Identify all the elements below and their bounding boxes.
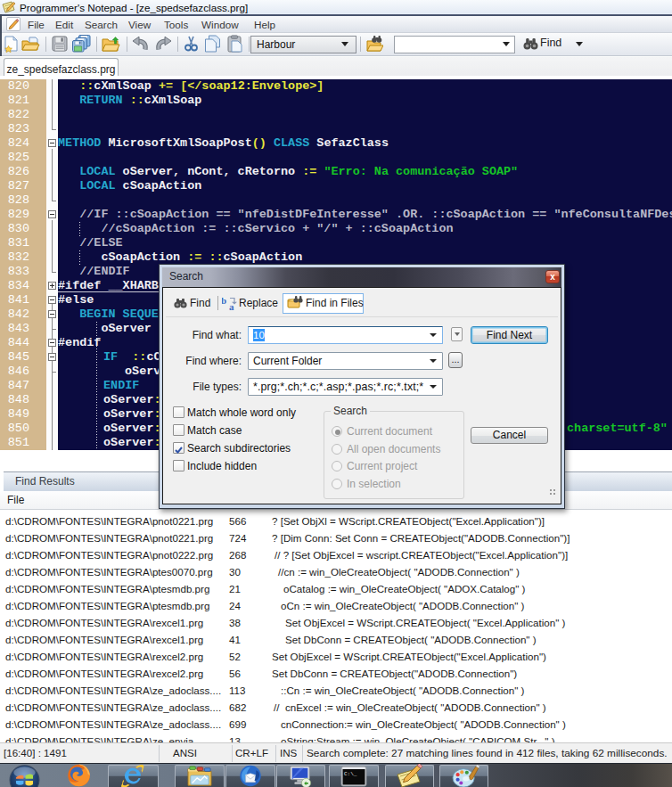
svg-text:C:\_: C:\_ — [344, 771, 357, 777]
svg-text:b: b — [222, 296, 226, 306]
